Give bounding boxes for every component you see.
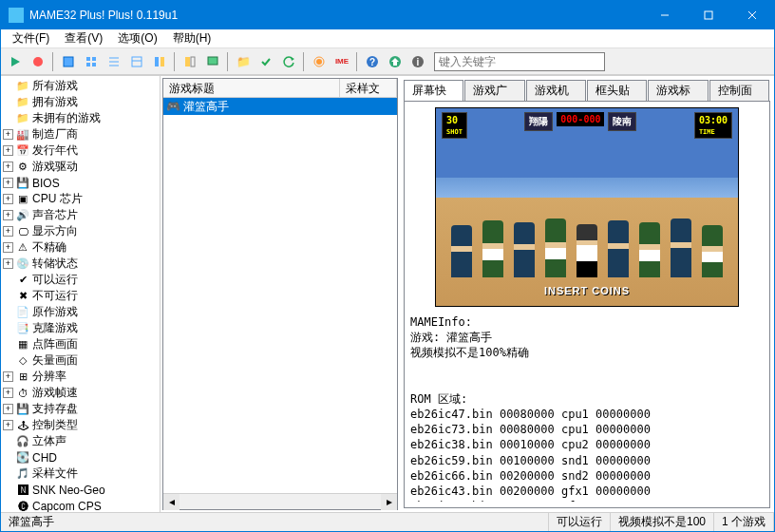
neogeo-icon: 🅽 xyxy=(15,483,30,498)
close-button[interactable] xyxy=(730,1,774,29)
tb-view-large-icon[interactable] xyxy=(58,51,79,72)
tree-item[interactable]: +⚠不精确 xyxy=(3,239,158,256)
svg-rect-18 xyxy=(185,57,190,66)
tree-item[interactable]: +🖵显示方向 xyxy=(3,223,158,239)
tree-expand-icon[interactable]: + xyxy=(3,404,13,414)
tree-item[interactable]: 📁拥有游戏 xyxy=(3,94,158,110)
tb-check-icon[interactable] xyxy=(255,51,276,72)
menu-item[interactable]: 帮助(H) xyxy=(165,28,219,48)
tab[interactable]: 游戏标题 xyxy=(648,80,708,101)
tree-item[interactable]: +🏭制造厂商 xyxy=(3,126,158,142)
tb-folder-icon[interactable]: 📁 xyxy=(233,51,254,72)
menu-item[interactable]: 查看(V) xyxy=(57,28,110,48)
tree-expand-icon[interactable]: + xyxy=(3,210,13,220)
tb-refresh-icon[interactable] xyxy=(278,51,299,72)
tb-tree-toggle-icon[interactable] xyxy=(180,51,200,72)
search-input[interactable] xyxy=(434,52,605,71)
tb-lang-icon[interactable]: IME xyxy=(331,51,352,72)
minimize-button[interactable] xyxy=(643,1,687,29)
snd-icon: 🔊 xyxy=(15,208,30,223)
orig-icon: 📄 xyxy=(15,305,30,320)
tb-view-group-icon[interactable] xyxy=(149,51,170,72)
tree-item[interactable]: +💾支持存盘 xyxy=(3,401,158,417)
tree-item[interactable]: 📁所有游戏 xyxy=(3,78,158,94)
tree-item-label: 游戏驱动 xyxy=(32,159,78,175)
tree-item[interactable]: +💾BIOS xyxy=(3,175,158,191)
tree-item[interactable]: 📁未拥有的游戏 xyxy=(3,110,158,126)
tree-expand-icon[interactable]: + xyxy=(3,145,13,156)
tree-item[interactable]: ◇矢量画面 xyxy=(3,352,158,369)
tree-item[interactable]: 🎧立体声 xyxy=(3,433,158,449)
insert-coins-text: INSERT COINS xyxy=(436,285,738,296)
tb-view-small-icon[interactable] xyxy=(81,51,102,72)
folder-icon: 📁 xyxy=(15,79,30,94)
tree-item[interactable]: ✔可以运行 xyxy=(3,272,158,288)
tb-view-detail-icon[interactable] xyxy=(126,51,147,72)
tab[interactable]: 屏幕快照 xyxy=(404,80,463,101)
tab[interactable]: 框头贴画 xyxy=(587,80,647,101)
menu-item[interactable]: 选项(O) xyxy=(110,28,164,48)
clone-icon: 📑 xyxy=(15,321,30,336)
tree-item[interactable]: 📑克隆游戏 xyxy=(3,320,158,336)
tb-view-list-icon[interactable] xyxy=(104,51,124,72)
list-body[interactable]: 🎮灌篮高手 xyxy=(163,98,397,493)
tb-screenshot-toggle-icon[interactable] xyxy=(202,51,223,72)
chd-icon: 💽 xyxy=(15,450,30,466)
game-screenshot: 30SHOT 翔陽 000-000 陵南 03:00TIME xyxy=(435,107,739,307)
tab[interactable]: 游戏广告 xyxy=(464,80,524,101)
tree-expand-icon[interactable]: + xyxy=(3,388,13,398)
tree-expand-icon[interactable]: + xyxy=(3,129,13,140)
tree-item[interactable]: 📄原作游戏 xyxy=(3,304,158,320)
tree-item-label: CPU 芯片 xyxy=(32,191,83,207)
tb-play-icon[interactable] xyxy=(5,51,26,72)
menu-item[interactable]: 文件(F) xyxy=(5,28,57,48)
menubar: 文件(F)查看(V)选项(O)帮助(H) xyxy=(1,29,774,48)
tree-expand-icon[interactable]: + xyxy=(3,162,13,172)
tree-item[interactable]: 🅒Capcom CPS xyxy=(3,498,158,512)
list-row-label: 灌篮高手 xyxy=(183,99,229,115)
tree-item[interactable]: 🅽SNK Neo-Geo xyxy=(3,482,158,498)
tb-record-icon[interactable] xyxy=(28,51,48,72)
list-row[interactable]: 🎮灌篮高手 xyxy=(163,98,397,115)
tree-expand-icon[interactable]: + xyxy=(3,226,13,237)
tb-help-icon[interactable]: ? xyxy=(362,51,383,72)
tree-expand-icon[interactable]: + xyxy=(3,178,13,188)
ctrl-icon: 🕹 xyxy=(15,418,30,433)
tree-item-label: 原作游戏 xyxy=(32,304,78,320)
tb-config-icon[interactable] xyxy=(309,51,330,72)
tab[interactable]: 控制面板 xyxy=(709,80,769,101)
tree-expand-icon[interactable]: + xyxy=(3,194,13,204)
list-header-title[interactable]: 游戏标题 xyxy=(163,79,340,97)
svg-rect-16 xyxy=(155,57,159,66)
tree-item[interactable]: +📅发行年代 xyxy=(3,142,158,159)
display-icon: 🖵 xyxy=(15,224,30,239)
list-header-samples[interactable]: 采样文件 xyxy=(340,79,397,97)
tree-item-label: 显示方向 xyxy=(32,223,78,239)
tree-item[interactable]: 🎵采样文件 xyxy=(3,466,158,482)
tree-item[interactable]: +💿转储状态 xyxy=(3,256,158,272)
tree-expand-icon[interactable]: + xyxy=(3,420,13,430)
bios-icon: 💾 xyxy=(15,176,30,191)
hud-team-right: 陵南 xyxy=(608,112,636,131)
tree-item[interactable]: 💽CHD xyxy=(3,449,158,466)
tab[interactable]: 游戏机台 xyxy=(526,80,586,101)
tree-item[interactable]: +⚙游戏驱动 xyxy=(3,159,158,175)
tree-item[interactable]: +🕹控制类型 xyxy=(3,417,158,433)
tree-item[interactable]: +⊞分辨率 xyxy=(3,369,158,385)
tree-item-label: 控制类型 xyxy=(32,417,78,433)
tree-item[interactable]: +▣CPU 芯片 xyxy=(3,191,158,207)
tree-expand-icon[interactable]: + xyxy=(3,371,13,382)
tree-item[interactable]: ✖不可运行 xyxy=(3,288,158,304)
tb-about-icon[interactable]: i xyxy=(407,51,428,72)
horizontal-scrollbar[interactable]: ◂▸ xyxy=(163,493,397,509)
folder-icon: 📁 xyxy=(15,95,30,110)
maximize-button[interactable] xyxy=(687,1,730,29)
tb-home-icon[interactable] xyxy=(385,51,406,72)
tree-item[interactable]: ▦点阵画面 xyxy=(3,336,158,352)
tree-expand-icon[interactable]: + xyxy=(3,242,13,253)
hud-score: 000-000 xyxy=(557,112,604,126)
tree-panel[interactable]: 📁所有游戏📁拥有游戏📁未拥有的游戏+🏭制造厂商+📅发行年代+⚙游戏驱动+💾BIO… xyxy=(1,76,161,512)
tree-expand-icon[interactable]: + xyxy=(3,258,13,269)
tree-item[interactable]: +⏱游戏帧速 xyxy=(3,385,158,401)
tree-item[interactable]: +🔊声音芯片 xyxy=(3,207,158,223)
